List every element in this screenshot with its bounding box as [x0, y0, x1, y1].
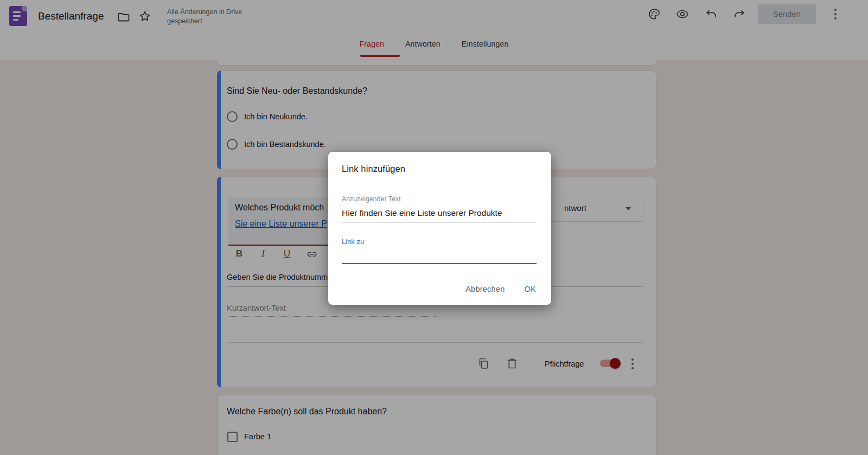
- cancel-button[interactable]: Abbrechen: [458, 280, 512, 298]
- link-to-focus-underline: [342, 263, 537, 264]
- display-text-input[interactable]: [342, 206, 537, 220]
- link-to-label: Link zu: [342, 238, 364, 246]
- dialog-actions: Abbrechen OK: [458, 280, 544, 298]
- google-forms-editor: Bestellanfrage Alle Änderungen in Drive …: [0, 0, 868, 455]
- link-to-input[interactable]: [342, 248, 537, 262]
- add-link-dialog: Link hinzufügen Anzuzeigender Text Link …: [328, 152, 551, 305]
- ok-button[interactable]: OK: [517, 280, 544, 298]
- dialog-title: Link hinzufügen: [342, 164, 405, 174]
- display-text-underline: [342, 222, 537, 223]
- display-text-label: Anzuzeigender Text: [342, 195, 401, 203]
